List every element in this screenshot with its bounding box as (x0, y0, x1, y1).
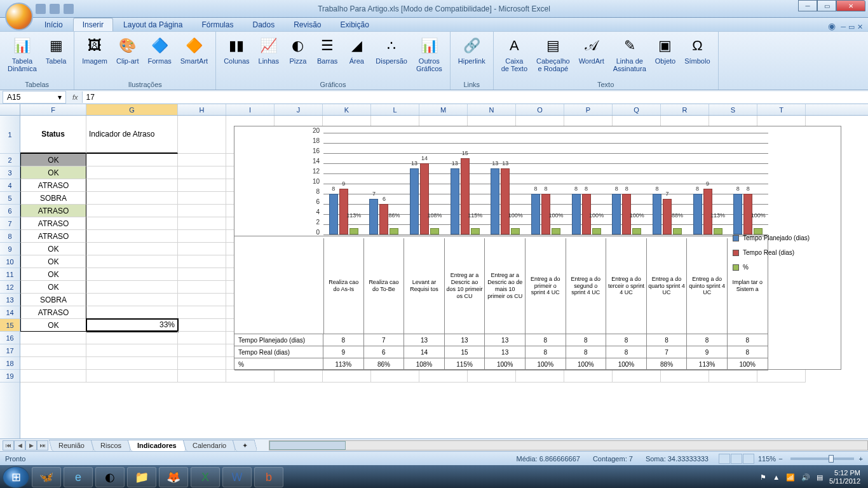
row-header[interactable]: 2 (0, 154, 20, 166)
cell[interactable] (86, 357, 178, 370)
cell[interactable] (275, 370, 323, 383)
cell[interactable] (178, 332, 226, 344)
cell[interactable] (178, 344, 226, 357)
zoom-in-button[interactable]: + (859, 455, 863, 463)
cell[interactable] (757, 370, 806, 383)
taskbar-excel[interactable]: X (191, 467, 220, 487)
name-box-dropdown-icon[interactable]: ▾ (58, 93, 62, 102)
taskbar-firefox[interactable]: 🦊 (159, 467, 188, 487)
cell[interactable] (86, 306, 178, 319)
ribbon-button[interactable]: 📈Linhas (255, 34, 283, 66)
cell[interactable]: OK (20, 154, 86, 166)
sheet-nav-prev[interactable]: ◀ (14, 440, 25, 451)
tab-revisao[interactable]: Revisão (285, 18, 330, 31)
help-icon[interactable]: ◉ (824, 21, 839, 31)
row-header[interactable]: 14 (0, 306, 20, 319)
cells-area[interactable]: StatusIndicador de AtrasoOKOKATRASOSOBRA… (20, 116, 868, 438)
cell[interactable]: OK (20, 243, 86, 255)
cell[interactable] (178, 357, 226, 370)
qat-redo-icon[interactable] (64, 4, 74, 14)
doc-minimize-icon[interactable]: ─ (841, 23, 846, 31)
qat-save-icon[interactable] (36, 4, 46, 14)
cell[interactable] (178, 319, 226, 332)
doc-close-icon[interactable]: ✕ (857, 23, 863, 31)
ribbon-button[interactable]: ACaixade Texto (498, 34, 531, 74)
cell[interactable] (226, 370, 275, 383)
cell[interactable] (86, 217, 178, 230)
cell[interactable]: OK (20, 319, 86, 332)
tab-dados[interactable]: Dados (243, 18, 283, 31)
tab-exibicao[interactable]: Exibição (332, 18, 378, 31)
cell[interactable]: OK (20, 255, 86, 268)
col-header-H[interactable]: H (178, 104, 226, 115)
taskbar-explorer[interactable]: 📁 (127, 467, 156, 487)
row-header[interactable]: 6 (0, 205, 20, 217)
tab-formulas[interactable]: Fórmulas (193, 18, 242, 31)
cell[interactable] (178, 268, 226, 281)
ribbon-button[interactable]: ▣Objeto (651, 34, 679, 66)
cell[interactable]: ATRASO (20, 306, 86, 319)
cell[interactable] (178, 294, 226, 306)
row-header[interactable]: 7 (0, 217, 20, 230)
sheet-tab[interactable]: Indicadores (128, 440, 187, 451)
sheet-tab[interactable]: Calendario (182, 440, 236, 451)
cell[interactable] (86, 294, 178, 306)
cell[interactable] (613, 370, 661, 383)
row-header[interactable]: 18 (0, 357, 20, 370)
row-header[interactable]: 16 (0, 332, 20, 344)
cell[interactable] (86, 332, 178, 344)
cell[interactable] (20, 370, 86, 383)
row-header[interactable]: 5 (0, 192, 20, 205)
ribbon-button[interactable]: 🔗Hiperlink (454, 34, 489, 66)
cell[interactable] (178, 205, 226, 217)
cell[interactable] (709, 370, 757, 383)
row-header[interactable]: 11 (0, 268, 20, 281)
cell[interactable] (323, 370, 371, 383)
cell[interactable]: 33% (86, 319, 178, 332)
tab-inicio[interactable]: Início (36, 18, 72, 31)
sheet-nav-last[interactable]: ⏭ (37, 440, 48, 451)
horizontal-scrollbar[interactable] (269, 440, 868, 451)
close-button[interactable]: ✕ (836, 0, 865, 11)
tray-volume-icon[interactable]: 🔊 (801, 473, 810, 482)
ribbon-button[interactable]: ◐Pizza (284, 34, 312, 66)
row-header[interactable]: 9 (0, 243, 20, 255)
col-header-L[interactable]: L (371, 104, 419, 115)
cell[interactable] (178, 255, 226, 268)
tray-clock[interactable]: 5:12 PM 5/11/2012 (829, 469, 860, 485)
cell[interactable] (86, 230, 178, 243)
cell[interactable]: ATRASO (20, 179, 86, 192)
cell[interactable] (419, 370, 468, 383)
cell[interactable] (86, 255, 178, 268)
cell[interactable]: ATRASO (20, 205, 86, 217)
cell[interactable] (86, 344, 178, 357)
col-header-T[interactable]: T (757, 104, 806, 115)
tray-flag-icon[interactable]: ⚑ (760, 473, 766, 482)
cell[interactable] (178, 370, 226, 383)
cell[interactable] (86, 243, 178, 255)
ribbon-button[interactable]: 🔷Formas (144, 34, 175, 66)
office-button[interactable] (5, 3, 33, 30)
col-header-S[interactable]: S (709, 104, 757, 115)
cell[interactable] (20, 344, 86, 357)
tab-inserir[interactable]: Inserir (73, 18, 113, 31)
ribbon-button[interactable]: ▤Cabeçalhoe Rodapé (532, 34, 574, 74)
cell[interactable] (86, 281, 178, 294)
taskbar-app-8[interactable]: b (254, 467, 283, 487)
col-header-M[interactable]: M (419, 104, 468, 115)
ribbon-button[interactable]: 📊TabelaDinâmica (4, 34, 41, 74)
cell[interactable] (516, 370, 564, 383)
cell[interactable] (661, 370, 709, 383)
col-header-O[interactable]: O (516, 104, 564, 115)
cell[interactable] (178, 116, 226, 154)
cell[interactable] (178, 192, 226, 205)
cell[interactable]: SOBRA (20, 294, 86, 306)
cell[interactable] (86, 192, 178, 205)
cell[interactable]: OK (20, 281, 86, 294)
cell[interactable]: Indicador de Atraso (86, 116, 178, 154)
tray-network-icon[interactable]: 📶 (786, 473, 795, 482)
cell[interactable] (178, 217, 226, 230)
select-all-button[interactable] (0, 104, 20, 115)
embedded-chart[interactable]: 02468101214161820 89113%7686%1314108%131… (234, 126, 841, 370)
row-header[interactable]: 10 (0, 255, 20, 268)
